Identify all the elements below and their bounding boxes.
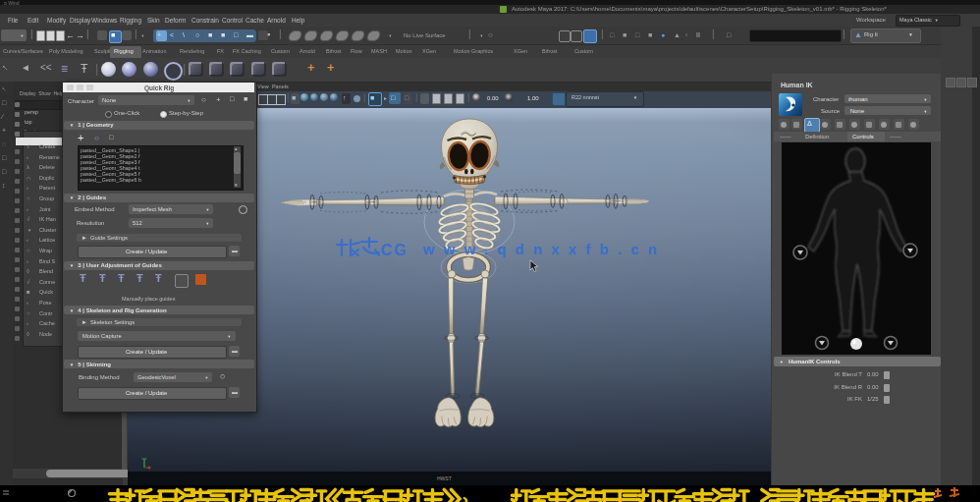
- svg-text:www.qdnxxfb.cn: www.qdnxxfb.cn: [422, 241, 666, 257]
- svg-text:CG: CG: [381, 242, 408, 258]
